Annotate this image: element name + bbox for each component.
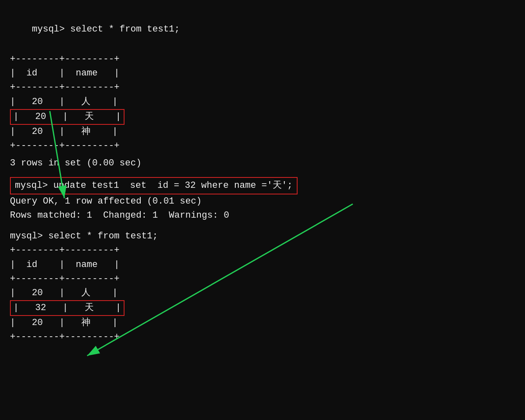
table-header: | id | name |	[10, 66, 515, 80]
second-table: +--------+---------+ | id | name | +----…	[10, 243, 515, 344]
table-row-3: | 20 | 神 |	[10, 125, 515, 139]
table-border-top: +--------+---------+	[10, 52, 515, 66]
cmd2-wrapper: mysql> update test1 set id = 32 where na…	[10, 177, 515, 194]
cmd1-line: mysql> select * from test1;	[10, 8, 515, 51]
table2-row-1: | 20 | 人 |	[10, 286, 515, 300]
rowcount1: 3 rows in set (0.00 sec)	[10, 156, 515, 170]
rowsmatched-line: Rows matched: 1 Changed: 1 Warnings: 0	[10, 209, 515, 223]
table-row-2-highlighted: | 20 | 天 |	[10, 109, 125, 125]
table-row-1: | 20 | 人 |	[10, 95, 515, 109]
table2-row-2-wrapper: | 32 | 天 |	[10, 300, 515, 316]
cmd1-text: mysql> select * from test1;	[32, 24, 180, 34]
table2-row-3: | 20 | 神 |	[10, 316, 515, 330]
first-table: +--------+---------+ | id | name | +----…	[10, 52, 515, 153]
table2-border-bottom: +--------+---------+	[10, 330, 515, 344]
table-row-2-wrapper: | 20 | 天 |	[10, 109, 515, 125]
terminal: mysql> select * from test1; +--------+--…	[10, 8, 515, 344]
table2-header: | id | name |	[10, 258, 515, 272]
queryok-line: Query OK, 1 row affected (0.01 sec)	[10, 194, 515, 209]
table2-border-top: +--------+---------+	[10, 243, 515, 257]
table2-border-mid: +--------+---------+	[10, 272, 515, 286]
cmd2-highlighted: mysql> update test1 set id = 32 where na…	[10, 177, 298, 194]
table-border-bottom: +--------+---------+	[10, 139, 515, 153]
table-border-mid: +--------+---------+	[10, 80, 515, 95]
table2-row-2-highlighted: | 32 | 天 |	[10, 300, 125, 316]
cmd3-line: mysql> select * from test1;	[10, 229, 515, 243]
